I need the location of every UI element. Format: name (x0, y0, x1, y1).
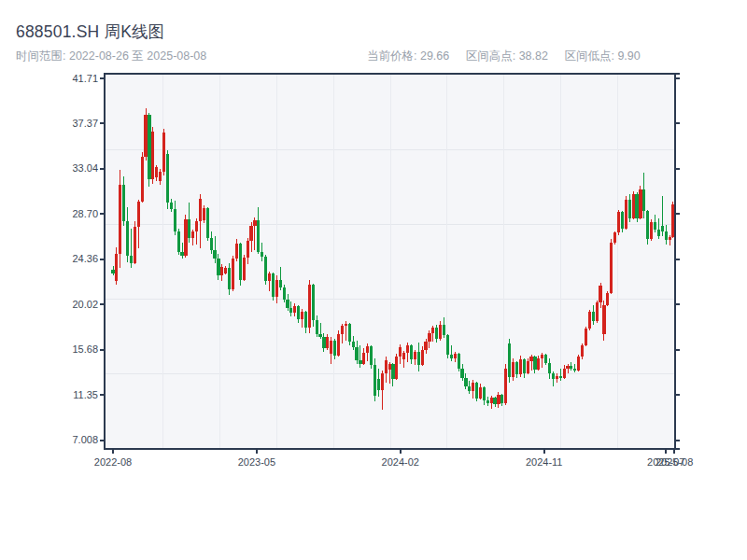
candle-body (228, 268, 231, 288)
candle-body (654, 222, 656, 230)
candle-body (529, 357, 532, 360)
y-tick-right (676, 213, 680, 215)
candle-body (523, 359, 526, 374)
y-tick-right (676, 349, 680, 351)
candle-body (421, 350, 424, 366)
candle-body (115, 254, 118, 281)
y-tick-right (676, 122, 680, 124)
candle-body (424, 342, 427, 350)
candle-body (159, 172, 162, 181)
y-tick-right (676, 259, 680, 260)
candle-body (490, 398, 493, 403)
candle-body (119, 185, 121, 254)
y-tick-label: 7.008 (57, 434, 98, 445)
candle-wick (182, 243, 183, 259)
candle-body (275, 280, 278, 297)
y-tick-right (676, 394, 680, 396)
candle-body (548, 363, 551, 373)
candle-body (141, 157, 144, 202)
y-tick (100, 394, 104, 396)
price-stats: 当前价格: 29.66 区间高点: 38.82 区间低点: 9.90 (367, 49, 654, 64)
candle-body (464, 378, 467, 386)
candle-body (352, 342, 355, 348)
candle-body (504, 369, 507, 403)
candle-body (301, 312, 303, 319)
candle-body (610, 243, 613, 294)
candle-body (479, 387, 482, 399)
candle-body (497, 395, 500, 404)
candle-body (468, 386, 471, 392)
candle-body (166, 154, 169, 203)
candle-body (460, 369, 463, 378)
candle-body (581, 345, 584, 357)
candle-body (385, 360, 388, 374)
candle-body (203, 208, 205, 220)
page-title: 688501.SH 周K线图 (16, 21, 164, 43)
x-tick-label: 2023-05 (227, 456, 287, 468)
y-tick (100, 213, 104, 215)
y-tick (100, 77, 104, 79)
candle-body (239, 244, 242, 280)
candle-body (585, 329, 587, 345)
candle-body (527, 361, 529, 373)
candle-body (556, 376, 558, 379)
candle-body (213, 250, 216, 259)
candle-body (366, 346, 369, 353)
x-tick (256, 450, 258, 454)
candle-body (374, 365, 376, 395)
candle-body (443, 325, 445, 335)
candle-body (370, 346, 373, 365)
candle-body (247, 241, 249, 258)
candle-body (293, 306, 296, 314)
candle-body (249, 226, 252, 242)
candle-body (606, 293, 609, 304)
candle-body (318, 334, 321, 337)
candle-body (345, 324, 347, 326)
candle-body (625, 200, 627, 229)
candle-body (570, 366, 572, 368)
candle-body (388, 364, 391, 370)
x-tick-label: 2022-08 (83, 456, 143, 468)
candle-body (541, 355, 543, 357)
candle-body (537, 358, 540, 370)
candle-body (402, 353, 405, 359)
candle-body (665, 231, 668, 240)
candle-body (162, 133, 165, 171)
candle-body (199, 199, 202, 222)
y-tick (100, 440, 104, 441)
y-tick-right (676, 303, 680, 305)
candle-body (475, 383, 478, 399)
candle-body (381, 373, 384, 390)
candle-body (144, 115, 147, 157)
candle-wick (658, 218, 659, 239)
candle-body (137, 202, 140, 227)
top-spine (104, 73, 680, 75)
bottom-spine (104, 448, 680, 450)
candle-body (592, 312, 595, 321)
candle-body (359, 360, 361, 364)
candle-body (642, 189, 645, 211)
candle-body (519, 359, 522, 375)
current-price-stat: 当前价格: 29.66 (367, 49, 449, 63)
v-gridline (560, 75, 561, 448)
candle-body (533, 357, 536, 369)
candle-body (406, 345, 409, 353)
candle-body (431, 328, 434, 333)
candle-body (391, 364, 394, 379)
candle-body (322, 337, 325, 348)
candle-body (316, 320, 318, 334)
candle-body (283, 287, 286, 300)
candle-body (472, 383, 474, 391)
candle-body (435, 328, 438, 339)
candle-body (628, 200, 631, 218)
candle-body (191, 231, 194, 238)
candle-body (621, 212, 624, 229)
candle-body (458, 354, 460, 369)
candle-body (617, 212, 620, 232)
candle-body (399, 347, 402, 357)
candle-body (170, 203, 173, 209)
candle-body (289, 308, 292, 314)
candle-body (337, 334, 340, 356)
candle-body (639, 189, 641, 218)
candle-body (428, 333, 430, 342)
